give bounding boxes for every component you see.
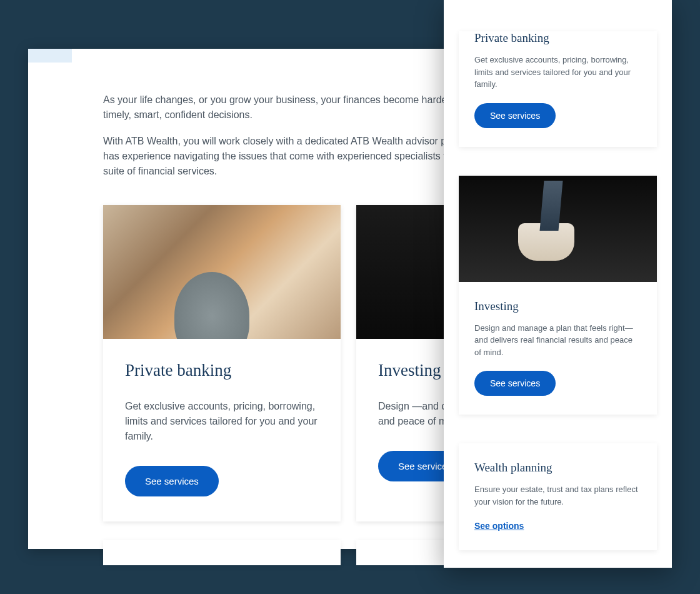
- card-description: Ensure your estate, trust and tax plans …: [474, 483, 641, 508]
- mobile-card-private-banking: Private banking Get exclusive accounts, …: [459, 31, 657, 147]
- see-services-button[interactable]: See services: [474, 371, 556, 396]
- card-title: Private banking: [474, 31, 641, 45]
- desktop-card-private-banking: Private banking Get exclusive accounts, …: [103, 205, 341, 521]
- mobile-preview-frame: Private banking Get exclusive accounts, …: [444, 0, 672, 568]
- see-services-button[interactable]: See services: [125, 466, 219, 496]
- card-description: Get exclusive accounts, pricing, borrowi…: [125, 399, 319, 444]
- desktop-card-stub: [103, 540, 341, 565]
- card-title: Investing: [474, 300, 641, 313]
- mobile-card-investing: Investing Design and manage a plan that …: [459, 176, 657, 415]
- card-image: [459, 176, 657, 282]
- card-description: Design and manage a plan that feels righ…: [474, 322, 641, 359]
- see-services-button[interactable]: See services: [474, 103, 556, 128]
- mobile-content: Private banking Get exclusive accounts, …: [444, 0, 672, 568]
- card-title: Wealth planning: [474, 461, 641, 475]
- card-image: [103, 205, 341, 339]
- desktop-header-accent: [28, 49, 72, 63]
- see-options-link[interactable]: See options: [474, 521, 524, 531]
- card-description: Get exclusive accounts, pricing, borrowi…: [474, 54, 641, 91]
- card-title: Private banking: [125, 361, 319, 380]
- mobile-card-wealth-planning: Wealth planning Ensure your estate, trus…: [459, 443, 657, 550]
